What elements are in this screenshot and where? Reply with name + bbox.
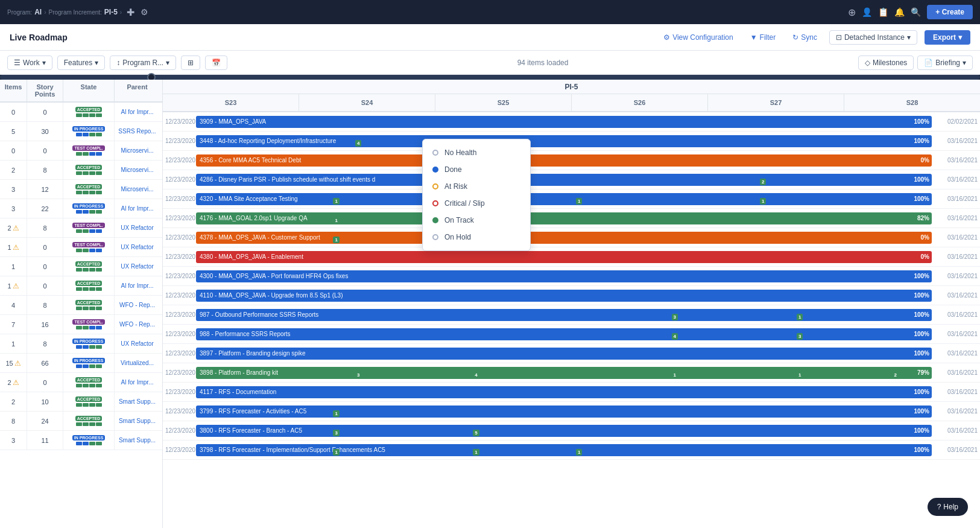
cell-parent[interactable]: Al for Impr...: [115, 373, 160, 392]
gantt-bar[interactable]: 4110 - MMA_OPS_JAVA - Upgrade from 8.5 S…: [196, 290, 932, 302]
parent-link[interactable]: Microservi...: [121, 186, 154, 192]
cell-parent[interactable]: Al for Impr...: [115, 103, 160, 121]
dropdown-item[interactable]: No Health: [423, 144, 530, 161]
gantt-bar[interactable]: 4117 - RFS - Documentation 100%: [196, 386, 932, 398]
cell-parent[interactable]: Virtualized...: [115, 354, 160, 372]
cell-state: ACCEPTED: [63, 412, 115, 430]
parent-link[interactable]: UX Refactor: [121, 340, 153, 347]
search-icon[interactable]: 🔍: [911, 7, 921, 17]
gantt-bar[interactable]: 4356 - Core MMA AC5 Technical Debt 0%: [196, 154, 932, 167]
gantt-bar[interactable]: 3898 - Platform - Branding kit 79% 34112: [196, 367, 932, 379]
parent-link[interactable]: Al for Impr...: [121, 282, 154, 289]
cell-parent[interactable]: UX Refactor: [115, 257, 160, 276]
bar-pct: 100%: [914, 196, 929, 202]
milestones-button[interactable]: ◇ Milestones: [858, 56, 914, 70]
dropdown-item[interactable]: Done: [423, 161, 530, 178]
gantt-bar[interactable]: 3800 - RFS Forecaster - Branch - AC5 100…: [196, 425, 932, 437]
filter-button[interactable]: ▼ Filter: [745, 31, 781, 44]
dropdown-item[interactable]: Critical / Slip: [423, 195, 530, 212]
parent-link[interactable]: SSRS Repo...: [118, 128, 156, 135]
cell-parent[interactable]: Smart Supp...: [115, 392, 160, 411]
gantt-header: PI-5 S23S24S25S26S27S28: [163, 80, 980, 112]
gantt-bar[interactable]: 3799 - RFS Forecaster - Activities - AC5…: [196, 406, 932, 418]
help-button[interactable]: ? Help: [928, 498, 968, 516]
sprint-badge: 3: [797, 333, 803, 340]
briefing-button[interactable]: 📄 Briefing ▾: [917, 56, 973, 70]
cell-parent[interactable]: UX Refactor: [115, 334, 160, 353]
view-config-button[interactable]: ⚙ View Configuration: [659, 31, 738, 44]
parent-link[interactable]: WFO - Rep...: [119, 321, 155, 328]
gantt-bar[interactable]: 4176 - MMA_GOAL 2.0sp1 Upgrade QA 82% 12: [196, 212, 932, 224]
gear-icon[interactable]: ⚙: [141, 7, 148, 17]
parent-link[interactable]: Al for Impr...: [121, 379, 154, 386]
cell-parent[interactable]: UX Refactor: [115, 238, 160, 256]
parent-link[interactable]: Smart Supp...: [119, 437, 156, 444]
program-r-button[interactable]: ↕ Program R... ▾: [110, 56, 176, 70]
cell-parent[interactable]: Smart Supp...: [115, 412, 160, 430]
date-start: 12/23/2020: [165, 311, 195, 318]
gantt-bar[interactable]: 4320 - MMA Site Acceptance Testing 100% …: [196, 193, 932, 205]
parent-link[interactable]: Virtualized...: [121, 360, 154, 366]
cell-parent[interactable]: Microservi...: [115, 180, 160, 199]
detached-instance-button[interactable]: ⊡ Detached Instance ▾: [829, 30, 917, 45]
cell-parent[interactable]: Al for Impr...: [115, 276, 160, 295]
parent-link[interactable]: UX Refactor: [121, 224, 153, 231]
gantt-bar[interactable]: 3909 - MMA_OPS_JAVA 100%: [196, 116, 932, 128]
document-icon[interactable]: 📋: [878, 7, 888, 17]
cell-parent[interactable]: Al for Impr...: [115, 199, 160, 218]
work-button[interactable]: ☰ Work ▾: [7, 56, 52, 70]
parent-link[interactable]: Microservi...: [121, 167, 154, 173]
gantt-row: 12/23/2020 4300 - MMA_OPS_JAVA - Port fo…: [163, 267, 980, 286]
parent-link[interactable]: UX Refactor: [121, 263, 153, 270]
cell-parent[interactable]: Smart Supp...: [115, 431, 160, 450]
cell-state: ACCEPTED: [63, 103, 115, 121]
parent-link[interactable]: Al for Impr...: [121, 205, 154, 212]
export-button[interactable]: Export ▾: [925, 30, 970, 45]
parent-link[interactable]: UX Refactor: [121, 244, 153, 250]
cell-state: ACCEPTED: [63, 296, 115, 314]
gantt-bar[interactable]: 4286 - Disney Paris PSR - Publish schedu…: [196, 174, 932, 186]
cell-parent[interactable]: WFO - Rep...: [115, 296, 160, 314]
dropdown-item[interactable]: At Risk: [423, 178, 530, 195]
gantt-bar[interactable]: 988 - Performance SSRS Reports 100% 43: [196, 328, 932, 340]
plus-nav-icon[interactable]: ⊕: [848, 7, 856, 18]
create-button[interactable]: + Create: [927, 5, 973, 19]
parent-link[interactable]: Microservi...: [121, 147, 154, 154]
table-row: 4 8 ACCEPTED WFO - Rep...: [0, 296, 162, 315]
bar-pct: 100%: [914, 350, 929, 357]
health-dot: [432, 183, 438, 189]
cell-items: 4: [0, 296, 27, 314]
sprint-col: S23: [163, 94, 299, 111]
cell-parent[interactable]: SSRS Repo...: [115, 122, 160, 141]
gantt-bar[interactable]: 3897 - Platform - Branding design spike …: [196, 348, 932, 360]
dropdown-item[interactable]: On Track: [423, 212, 530, 229]
bell-icon[interactable]: 🔔: [894, 7, 905, 17]
cell-parent[interactable]: Microservi...: [115, 141, 160, 160]
dropdown-item[interactable]: On Hold: [423, 229, 530, 246]
cell-parent[interactable]: Microservi...: [115, 161, 160, 179]
parent-link[interactable]: WFO - Rep...: [119, 302, 155, 308]
gantt-bar[interactable]: 4380 - MMA_OPS_JAVA - Enablement 0%: [196, 251, 932, 263]
gantt-bar[interactable]: 4378 - MMA_OPS_JAVA - Customer Support 0…: [196, 232, 932, 244]
timeline-scroll-bar[interactable]: [0, 75, 980, 80]
sprint-col: S28: [844, 94, 980, 111]
gantt-bar[interactable]: 3448 - Ad-hoc Reporting Deployment/Infra…: [196, 135, 932, 147]
table-row: 7 16 TEST COMPL. WFO - Rep...: [0, 315, 162, 334]
cell-parent[interactable]: UX Refactor: [115, 218, 160, 237]
gantt-bar[interactable]: 987 - Outbound Performance SSRS Reports …: [196, 309, 932, 321]
gantt-bar[interactable]: 4300 - MMA_OPS_JAVA - Port forward HFR4 …: [196, 270, 932, 282]
gantt-bar[interactable]: 3798 - RFS Forecaster - Implementation/S…: [196, 444, 932, 456]
sync-button[interactable]: ↻ Sync: [788, 31, 822, 44]
group-button[interactable]: ⊞: [181, 56, 200, 70]
features-button[interactable]: Features ▾: [57, 56, 105, 70]
plus-icon[interactable]: ✚: [127, 7, 134, 18]
calendar-button[interactable]: 📅: [205, 56, 227, 70]
table-row: 15⚠ 66 IN PROGRESS Virtualized...: [0, 354, 162, 373]
parent-link[interactable]: Smart Supp...: [119, 398, 156, 405]
parent-link[interactable]: Smart Supp...: [119, 418, 156, 424]
cell-parent[interactable]: WFO - Rep...: [115, 315, 160, 334]
cell-items: 7: [0, 315, 27, 334]
table-row: 5 30 IN PROGRESS SSRS Repo...: [0, 122, 162, 141]
user-icon[interactable]: 👤: [862, 7, 872, 17]
parent-link[interactable]: Al for Impr...: [121, 109, 154, 115]
